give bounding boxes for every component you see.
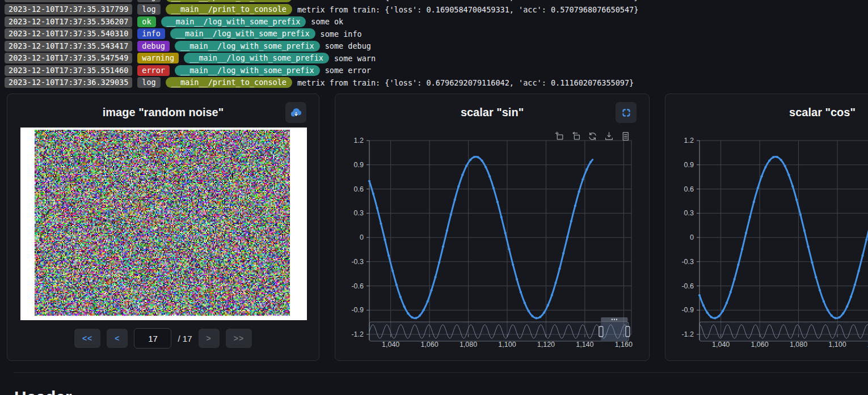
log-timestamp: 2023-12-10T17:37:35.551460 — [5, 65, 132, 76]
cloud-download-icon — [290, 107, 302, 119]
log-prefix-badge: __main__/log_with_some_prefix — [170, 28, 315, 39]
log-level-badge: ok — [137, 16, 155, 27]
log-timestamp: 2023-12-10T17:37:35.543417 — [5, 41, 132, 52]
noise-image-frame — [20, 128, 307, 320]
data-view-icon — [621, 131, 630, 141]
cos-chart-card: scalar "cos" 1.20.90.60.30-0.3-0.6-0.9-1… — [665, 94, 868, 361]
datazoom-right-handle[interactable] — [626, 326, 630, 337]
toolbox-zoom-button[interactable] — [555, 131, 564, 142]
svg-text:-0.9: -0.9 — [681, 306, 694, 314]
datazoom-slider[interactable] — [369, 317, 630, 341]
log-message: metrix from train: {'loss': 0.6796292079… — [297, 78, 634, 87]
datazoom-left-handle[interactable] — [599, 326, 603, 337]
svg-text:0.3: 0.3 — [684, 209, 694, 217]
svg-text:1,120: 1,120 — [537, 341, 555, 349]
svg-text:0.3: 0.3 — [354, 209, 364, 217]
image-card: image "random noise" << < / 17 > >> — [7, 94, 319, 361]
y-axis-labels: 1.20.90.60.30-0.3-0.6-0.9-1.2 — [351, 137, 364, 338]
random-noise-image — [35, 130, 290, 316]
log-prefix-badge: __main__/log_with_some_prefix — [175, 65, 320, 76]
log-row: 2023-12-10T17:37:35.540310info__main__/l… — [5, 28, 868, 39]
log-prefix-badge: __main__/log_with_some_prefix — [184, 53, 329, 63]
log-level-badge: log — [137, 77, 160, 88]
log-message: some warn — [334, 54, 376, 63]
last-page-button[interactable]: >> — [226, 329, 252, 348]
log-level-badge: log — [137, 4, 160, 15]
log-message: some info — [321, 29, 362, 39]
svg-text:0.9: 0.9 — [684, 161, 694, 169]
image-pagination: << < / 17 > >> — [7, 328, 319, 349]
svg-text:1,060: 1,060 — [420, 341, 438, 349]
page-number-input[interactable] — [134, 328, 171, 349]
log-prefix-badge: __main__/log_with_some_prefix — [175, 41, 320, 52]
log-level-badge: error — [137, 65, 170, 76]
svg-text:-1.2: -1.2 — [351, 330, 364, 338]
svg-text:-0.3: -0.3 — [681, 258, 694, 266]
log-row: 2023-12-10T17:37:35.536207ok__main__/log… — [5, 16, 868, 27]
zoom-reset-icon — [571, 131, 581, 141]
svg-text:-0.3: -0.3 — [351, 258, 364, 266]
y-axis-labels: 1.20.90.60.30-0.3-0.6-0.9-1.2 — [681, 137, 694, 338]
cos-chart: 1.20.90.60.30-0.3-0.6-0.9-1.21,0401,0601… — [665, 94, 868, 360]
svg-text:-0.6: -0.6 — [681, 282, 694, 290]
log-prefix-badge: __main__/print_to_console — [166, 77, 292, 88]
svg-text:0: 0 — [690, 233, 694, 241]
svg-text:1,100: 1,100 — [498, 341, 516, 349]
section-divider — [14, 372, 868, 373]
svg-text:1,080: 1,080 — [790, 341, 807, 349]
log-timestamp: 2023-12-10T17:37:35.317799 — [5, 0, 132, 2]
log-message: some debug — [325, 41, 371, 50]
svg-text:1,040: 1,040 — [712, 341, 730, 349]
log-level-badge: warning — [137, 53, 179, 63]
svg-text:1,160: 1,160 — [615, 341, 633, 349]
svg-text:1,080: 1,080 — [460, 341, 477, 349]
log-output: 2023-12-10T17:37:35.317799log__main__/pr… — [0, 0, 868, 90]
svg-text:-1.2: -1.2 — [681, 330, 694, 338]
toolbox-restore-button[interactable] — [588, 131, 597, 142]
log-level-badge: log — [137, 0, 160, 2]
log-level-badge: info — [137, 28, 165, 39]
zoom-icon — [555, 131, 564, 141]
restore-icon — [588, 131, 597, 141]
log-row: 2023-12-10T17:37:36.329035log__main__/pr… — [5, 77, 868, 88]
log-timestamp: 2023-12-10T17:37:35.317799 — [5, 4, 132, 15]
svg-text:-0.6: -0.6 — [351, 282, 364, 290]
log-message: metrix from train: {'loss': 0.1690584700… — [297, 0, 638, 2]
save-image-icon — [604, 131, 614, 141]
log-row: 2023-12-10T17:37:35.317799log__main__/pr… — [5, 0, 868, 2]
svg-text:0.6: 0.6 — [684, 185, 694, 193]
log-prefix-badge: __main__/print_to_console — [166, 4, 292, 15]
first-page-button[interactable]: << — [74, 329, 100, 348]
chart-toolbox — [555, 131, 630, 142]
log-timestamp: 2023-12-10T17:37:35.536207 — [5, 16, 132, 27]
log-message: metrix from train: {'loss': 0.1690584700… — [297, 5, 638, 14]
section-heading: Header — [14, 388, 72, 395]
svg-text:1,060: 1,060 — [751, 341, 768, 349]
x-axis-labels: 1,0401,0601,0801,1001,1201,1401,160 — [712, 341, 868, 349]
toolbox-data-view-button[interactable] — [621, 131, 630, 142]
svg-text:1,140: 1,140 — [576, 341, 593, 349]
toolbox-zoom-reset-button[interactable] — [571, 131, 581, 142]
svg-text:1,100: 1,100 — [828, 341, 846, 349]
svg-text:-0.9: -0.9 — [351, 306, 364, 314]
log-message: some error — [325, 66, 371, 75]
download-image-button[interactable] — [285, 102, 306, 123]
log-row: 2023-12-10T17:37:35.317799log__main__/pr… — [5, 4, 868, 15]
log-level-badge: debug — [137, 41, 170, 52]
svg-text:1.2: 1.2 — [354, 137, 364, 145]
log-timestamp: 2023-12-10T17:37:35.547549 — [5, 53, 132, 63]
log-prefix-badge: __main__/log_with_some_prefix — [161, 16, 306, 27]
svg-text:0.9: 0.9 — [354, 161, 364, 169]
log-row-partial: 2023-12-10T17:37:35.317799log__main__/pr… — [5, 0, 868, 3]
x-axis-labels: 1,0401,0601,0801,1001,1201,1401,160 — [382, 341, 633, 349]
image-card-title: image "random noise" — [7, 102, 319, 122]
log-prefix-badge: __main__/print_to_console — [166, 0, 292, 2]
datazoom-move-handle[interactable] — [601, 317, 627, 322]
svg-text:0: 0 — [360, 233, 364, 241]
toolbox-save-image-button[interactable] — [604, 131, 614, 142]
datazoom-slider[interactable] — [700, 317, 868, 341]
page-total-label: / 17 — [178, 334, 192, 343]
prev-page-button[interactable]: < — [107, 329, 128, 348]
svg-text:1,040: 1,040 — [382, 341, 399, 349]
next-page-button[interactable]: > — [199, 329, 220, 348]
